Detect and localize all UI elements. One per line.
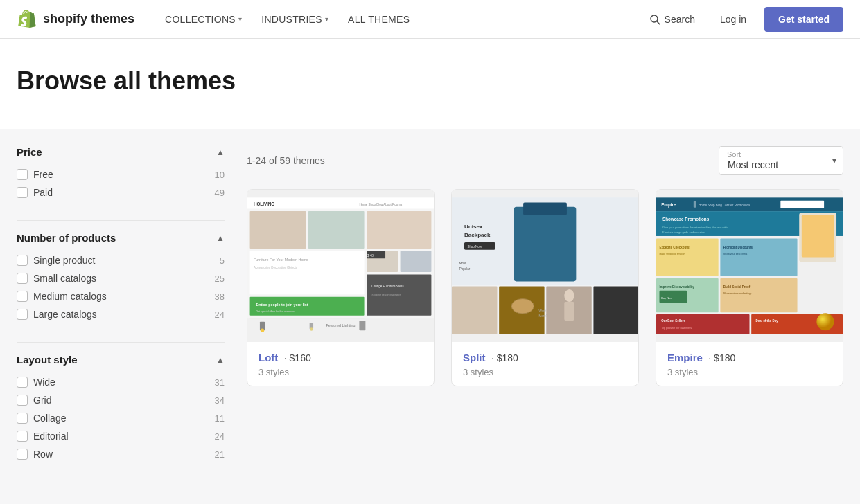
row-checkbox[interactable] xyxy=(17,449,28,460)
svg-rect-55 xyxy=(780,201,824,208)
split-theme-styles: 3 styles xyxy=(463,367,627,377)
search-icon xyxy=(649,14,660,25)
divider xyxy=(17,220,225,221)
svg-text:Most: Most xyxy=(459,262,466,265)
loft-theme-name[interactable]: Loft xyxy=(258,352,278,363)
free-count: 10 xyxy=(215,170,225,180)
svg-point-30 xyxy=(310,327,313,330)
small-catalogs-count: 25 xyxy=(215,273,225,284)
theme-card-split[interactable]: Unisex Backpack Shop Now Most Popular xyxy=(451,189,639,386)
split-theme-name[interactable]: Split xyxy=(463,352,486,363)
small-catalogs-checkbox[interactable] xyxy=(17,273,28,284)
wide-checkbox[interactable] xyxy=(17,377,28,388)
paid-checkbox[interactable] xyxy=(17,187,28,198)
chevron-up-icon: ▲ xyxy=(216,355,225,365)
price-filter-title: Price xyxy=(17,146,42,158)
svg-rect-41 xyxy=(452,287,497,334)
svg-point-29 xyxy=(261,329,264,332)
filter-item-large: Large catalogs 24 xyxy=(17,309,225,320)
svg-text:Shop Now: Shop Now xyxy=(467,245,482,249)
paid-label: Paid xyxy=(33,187,53,198)
get-started-button[interactable]: Get started xyxy=(764,7,843,32)
svg-point-45 xyxy=(511,299,534,314)
svg-rect-61 xyxy=(802,215,834,257)
grid-checkbox[interactable] xyxy=(17,395,28,406)
svg-point-48 xyxy=(564,289,574,302)
svg-text:Build Social Proof: Build Social Proof xyxy=(723,285,751,289)
login-button[interactable]: Log in xyxy=(713,10,753,29)
nav-industries[interactable]: INDUSTRIES ▾ xyxy=(253,8,337,30)
free-checkbox[interactable] xyxy=(17,169,28,180)
divider xyxy=(17,342,225,343)
svg-text:Shop for design inspiration: Shop for design inspiration xyxy=(371,294,401,296)
theme-card-loft[interactable]: HOLIVING Home Shop Blog About Rooms Furn… xyxy=(247,189,435,386)
price-filter-section: Price ▲ Free 10 Paid 49 xyxy=(17,146,225,198)
svg-rect-75 xyxy=(656,314,750,334)
svg-text:Unisex: Unisex xyxy=(464,224,483,230)
loft-theme-price: · $160 xyxy=(284,352,311,363)
empire-theme-name[interactable]: Empire xyxy=(667,352,703,363)
medium-catalogs-label: Medium catalogs xyxy=(33,291,107,302)
theme-card-info-empire: Empire · $180 3 styles xyxy=(656,342,843,386)
themes-toolbar: 1-24 of 59 themes Sort Most recent Price… xyxy=(247,146,843,175)
svg-rect-7 xyxy=(308,211,365,249)
sort-label: Sort xyxy=(727,150,741,159)
nav-collections[interactable]: COLLECTIONS ▾ xyxy=(157,8,250,30)
grid-label: Grid xyxy=(33,395,51,406)
filter-item-wide: Wide 31 xyxy=(17,377,225,388)
svg-text:Backpack: Backpack xyxy=(464,232,491,238)
filter-item-grid: Grid 34 xyxy=(17,395,225,406)
editorial-label: Editorial xyxy=(33,431,69,442)
svg-text:Show reviews and ratings: Show reviews and ratings xyxy=(723,292,752,295)
split-preview-svg: Unisex Backpack Shop Now Most Popular xyxy=(452,190,638,342)
svg-text:Top picks for our customers: Top picks for our customers xyxy=(661,327,692,330)
products-filter-title: Number of products xyxy=(17,232,116,244)
svg-rect-13 xyxy=(401,251,432,271)
logo-text: shopify themes xyxy=(43,12,134,26)
price-filter-header[interactable]: Price ▲ xyxy=(17,146,225,158)
svg-text:Show your best offers: Show your best offers xyxy=(723,253,748,255)
row-count: 21 xyxy=(215,449,225,460)
navbar: shopify themes COLLECTIONS ▾ INDUSTRIES … xyxy=(0,0,860,39)
theme-card-info-split: Split · $180 3 styles xyxy=(452,342,638,386)
svg-text:Lounge Furniture Sales: Lounge Furniture Sales xyxy=(371,285,404,288)
collage-checkbox[interactable] xyxy=(17,413,28,424)
medium-catalogs-checkbox[interactable] xyxy=(17,291,28,302)
filter-item-collage: Collage 11 xyxy=(17,413,225,424)
loft-preview-svg: HOLIVING Home Shop Blog About Rooms Furn… xyxy=(247,190,434,342)
svg-rect-28 xyxy=(359,321,365,330)
editorial-checkbox[interactable] xyxy=(17,431,28,442)
small-catalogs-label: Small catalogs xyxy=(33,273,96,284)
single-product-checkbox[interactable] xyxy=(17,255,28,266)
layout-filter-header[interactable]: Layout style ▲ xyxy=(17,354,225,366)
filter-item-single: Single product 5 xyxy=(17,255,225,266)
nav-all-themes[interactable]: ALL THEMES xyxy=(340,8,418,30)
themes-area: 1-24 of 59 themes Sort Most recent Price… xyxy=(247,146,843,482)
svg-text:More?: More? xyxy=(539,314,548,318)
empire-preview-svg: Empire Home Shop Blog Contact Promotions… xyxy=(656,190,843,342)
svg-text:Accessories      Decorative Ob: Accessories Decorative Objects xyxy=(254,266,298,269)
svg-text:Make shopping smooth: Make shopping smooth xyxy=(659,253,685,255)
svg-text:Buy Now: Buy Now xyxy=(661,296,672,300)
search-button[interactable]: Search xyxy=(642,10,702,29)
grid-count: 34 xyxy=(215,395,225,406)
themes-grid: HOLIVING Home Shop Blog About Rooms Furn… xyxy=(247,189,843,386)
svg-rect-3 xyxy=(247,197,434,208)
sidebar: Price ▲ Free 10 Paid 49 Nu xyxy=(17,146,225,482)
sort-wrapper: Sort Most recent Price: low to high Pric… xyxy=(719,146,843,175)
svg-text:Empire's image grids and mosai: Empire's image grids and mosaics. xyxy=(662,231,705,234)
large-catalogs-checkbox[interactable] xyxy=(17,309,28,320)
collage-label: Collage xyxy=(33,413,66,424)
free-label: Free xyxy=(33,169,53,180)
filter-item-small: Small catalogs 25 xyxy=(17,273,225,284)
empire-theme-styles: 3 styles xyxy=(667,367,832,377)
svg-point-80 xyxy=(816,313,834,330)
chevron-down-icon: ▾ xyxy=(238,15,242,23)
theme-card-empire[interactable]: Empire Home Shop Blog Contact Promotions… xyxy=(656,189,843,386)
paid-count: 49 xyxy=(215,188,225,198)
main-content: Price ▲ Free 10 Paid 49 Nu xyxy=(0,129,860,498)
svg-text:Give your promotions the atten: Give your promotions the attention they … xyxy=(662,226,728,229)
logo[interactable]: shopify themes xyxy=(17,9,134,30)
svg-rect-72 xyxy=(720,278,797,312)
products-filter-header[interactable]: Number of products ▲ xyxy=(17,232,225,244)
